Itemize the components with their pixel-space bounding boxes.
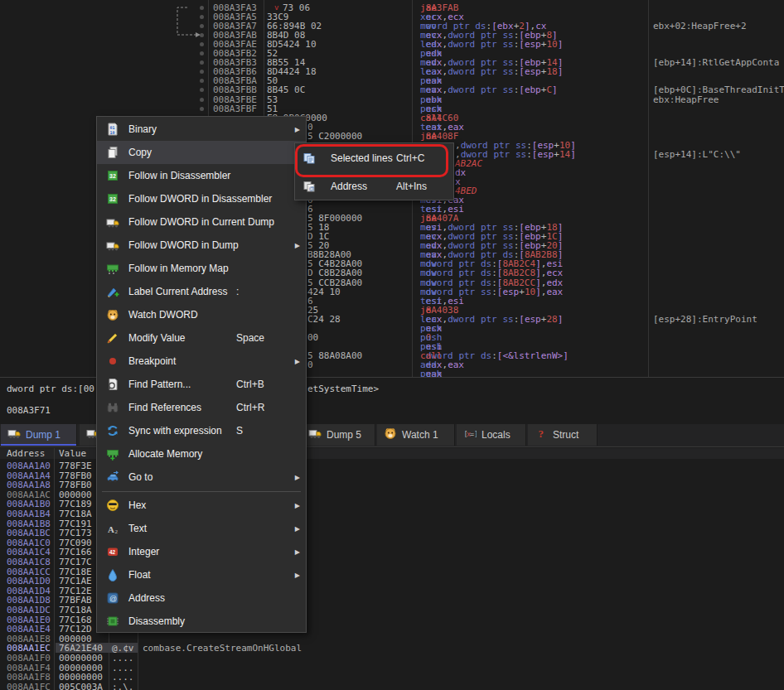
breakpoint-dot[interactable] xyxy=(200,98,204,102)
svg-text:@: @ xyxy=(309,186,315,191)
dump-value: 77C090 xyxy=(59,538,92,548)
menu-item-disassembly[interactable]: Disassembly xyxy=(97,610,306,633)
submenu-item-label: Selected lines xyxy=(331,152,393,164)
svg-text:?: ? xyxy=(539,427,544,440)
menu-item-label: Follow DWORD in Disassembler xyxy=(128,193,272,205)
breakpoint-dot[interactable] xyxy=(200,6,204,10)
dump-row[interactable]: 008AA1E8000000 xyxy=(0,635,784,644)
dump-address: 008AA1F0 xyxy=(7,654,51,663)
dump-address: 008AA1FC xyxy=(7,683,51,690)
menu-item-hex[interactable]: Hex▶ xyxy=(97,494,306,517)
menu-item-allocate-memory[interactable]: Allocate Memory xyxy=(97,442,306,466)
dump-address: 008AA1CC xyxy=(7,567,51,577)
menu-item-find-references[interactable]: Find ReferencesCtrl+R xyxy=(97,396,306,419)
tab-dump-1[interactable]: Dump 1 xyxy=(1,424,77,446)
menu-item-label-current-address[interactable]: Label Current Address: xyxy=(97,280,306,303)
dump-address: 008AA1B8 xyxy=(7,519,51,528)
dump-address: 008AA1E0 xyxy=(7,615,51,625)
hex-icon xyxy=(106,499,119,512)
menu-item-label: Sync with expression xyxy=(128,425,222,437)
locals-icon: [x=] xyxy=(463,427,477,443)
breakpoint-dot[interactable] xyxy=(200,107,204,111)
disasm-row[interactable]: 008A3FAE8D5424 10lea edx,dword ptr ss:[e… xyxy=(0,40,784,49)
tab-dump-5[interactable]: Dump 5 xyxy=(302,424,375,446)
menu-item-label: Follow in Disassembler xyxy=(128,170,230,181)
menu-item-follow-in-memory-map[interactable]: Follow in Memory Map xyxy=(97,257,306,280)
disasm-row[interactable]: 008A3FA3v73 06jae 8A3FAB xyxy=(0,3,784,12)
dump-ascii: @.¢v xyxy=(112,644,134,653)
dump-row[interactable]: 008AA1EC76A21E40@.¢vcombase.CreateStream… xyxy=(0,644,784,653)
disasm-bytes: 5 CCB28A00 xyxy=(307,278,362,287)
disasm-row[interactable]: 008A3FBE53push ebxebx:HeapFree xyxy=(0,95,784,104)
menu-item-follow-dword-in-disassembler[interactable]: 32Follow DWORD in Disassembler xyxy=(97,187,306,210)
watch-icon xyxy=(384,427,397,443)
menu-item-text[interactable]: A2Text▶ xyxy=(97,517,306,540)
submenu-item-label: Address xyxy=(331,181,367,192)
menu-item-label: Follow DWORD in Current Dump xyxy=(128,216,274,228)
menu-item-address[interactable]: @Address xyxy=(97,586,306,610)
menu-item-shortcut: Ctrl+R xyxy=(236,402,264,413)
disasm-bytes: 0 xyxy=(307,123,313,132)
dump-address: 008AA1B0 xyxy=(7,499,51,509)
menu-item-label: Hex xyxy=(128,499,146,511)
goto-icon xyxy=(106,470,119,484)
menu-item-shortcut: Ctrl+B xyxy=(236,379,264,390)
menu-item-integer[interactable]: 42Integer▶ xyxy=(97,540,306,563)
menu-item-follow-dword-in-dump[interactable]: Follow DWORD in Dump▶ xyxy=(97,234,306,257)
dump-row[interactable]: 008AA1F000000000.... xyxy=(0,654,784,663)
svg-text:10: 10 xyxy=(110,130,115,135)
submenu-item-address[interactable]: @AddressAlt+Ins xyxy=(295,172,453,200)
menu-separator xyxy=(102,491,301,492)
tab-watch-1[interactable]: Watch 1 xyxy=(377,424,455,446)
integer-icon: 42 xyxy=(106,545,119,558)
copy-submenu: Selected linesCtrl+C@AddressAlt+Ins xyxy=(294,142,454,200)
menu-item-find-pattern[interactable]: Find Pattern...Ctrl+B xyxy=(97,373,306,396)
menu-item-follow-dword-in-current-dump[interactable]: Follow DWORD in Current Dump xyxy=(97,210,306,234)
submenu-item-selected-lines[interactable]: Selected linesCtrl+C xyxy=(295,144,453,172)
dump-address: 008AA1A4 xyxy=(7,471,51,480)
dump-value: 005C003A xyxy=(59,683,103,690)
dump-value: 778F3E xyxy=(59,461,92,470)
submenu-arrow-icon: ▶ xyxy=(295,358,300,365)
dump-value: 77C18A xyxy=(59,509,92,519)
dump-value: 000000 xyxy=(59,635,92,644)
dump-row[interactable]: 008AA1FC005C003A:.\. xyxy=(0,683,784,690)
disasm-row[interactable]: 008A3FB38B55 14mov edx,dword ptr ss:[ebp… xyxy=(0,58,784,67)
menu-item-shortcut: Space xyxy=(236,332,264,344)
menu-item-follow-in-disassembler[interactable]: 32Follow in Disassembler xyxy=(97,164,306,187)
context-menu: 0110Binary▶Copy32Follow in Disassembler3… xyxy=(96,116,307,633)
menu-item-float[interactable]: Float▶ xyxy=(97,563,306,586)
dump-value: 778FB0 xyxy=(59,480,92,490)
disasm-row[interactable]: 008A3FA766:894B 02mov word ptr ds:[ebx+2… xyxy=(0,22,784,31)
dump-value: 77C17C xyxy=(59,557,92,567)
menu-item-binary[interactable]: 0110Binary▶ xyxy=(97,118,306,141)
disasm-row[interactable]: 008A3FB68D4424 18lea eax,dword ptr ss:[e… xyxy=(0,67,784,76)
dump-value: 77C191 xyxy=(59,519,92,528)
disasm-row[interactable]: 008A3FAB8B4D 08mov ecx,dword ptr ss:[ebp… xyxy=(0,31,784,40)
dump-row[interactable]: 008AA1F400000000.... xyxy=(0,663,784,673)
tab-locals[interactable]: [x=]Locals xyxy=(457,424,526,446)
sync-icon xyxy=(106,424,119,437)
dump-value: 00000000 xyxy=(59,673,103,682)
menu-item-sync-with-expression[interactable]: Sync with expressionS xyxy=(97,419,306,442)
submenu-arrow-icon: ▶ xyxy=(295,242,300,249)
menu-item-breakpoint[interactable]: Breakpoint▶ xyxy=(97,350,306,373)
menu-item-modify-value[interactable]: Modify ValueSpace xyxy=(97,326,306,350)
tab-struct[interactable]: ?Struct xyxy=(528,424,598,446)
disasm-row[interactable]: 008A3FBB8B45 0Cmov eax,dword ptr ss:[ebp… xyxy=(0,85,784,94)
menu-item-label: Label Current Address xyxy=(128,286,227,297)
text-icon: A2 xyxy=(106,522,119,535)
disasm-bytes: C24 28 xyxy=(307,315,341,324)
disasm-row[interactable]: 008A3FBF51push ecx xyxy=(0,104,784,113)
menu-item-go-to[interactable]: Go to▶ xyxy=(97,466,306,489)
dump-value: 77C173 xyxy=(59,528,92,538)
svg-text:32: 32 xyxy=(109,173,116,179)
dump-row[interactable]: 008AA1F800000000.... xyxy=(0,673,784,682)
menu-item-watch-dword[interactable]: Watch DWORD xyxy=(97,303,306,326)
allocate-memory-icon xyxy=(106,447,119,461)
menu-item-copy[interactable]: Copy xyxy=(97,141,306,164)
disasm-bytes: 0 xyxy=(307,360,313,369)
follow-disassembler-icon: 32 xyxy=(106,169,119,182)
disasm-bytes: 8B45 0C xyxy=(267,85,305,94)
dump-header-value: Value xyxy=(59,448,86,459)
